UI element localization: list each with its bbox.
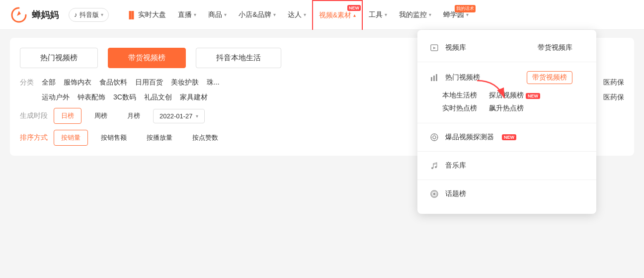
divider-3	[417, 151, 596, 152]
bar-chart-icon: ▐▌	[127, 11, 137, 19]
header: 蝉妈妈 ♪ 抖音版 ▾ ▐▌ 实时大盘 直播 ▾ 商品 ▾ 小店&品牌 ▾ 达人…	[0, 0, 644, 30]
divider-1	[417, 62, 596, 62]
dropdown-section-music: 音乐库	[417, 156, 596, 176]
category-medicine[interactable]: 医药保	[603, 78, 624, 87]
explore-new-tag: NEW	[526, 93, 540, 99]
divider-2	[417, 123, 596, 123]
chevron-up-icon-video: ▴	[353, 12, 356, 18]
sort-by-plays[interactable]: 按播放量	[140, 130, 179, 145]
detector-new-tag: NEW	[502, 134, 516, 140]
video-lib-icon	[429, 43, 439, 53]
category-label: 分类	[20, 78, 34, 87]
svg-point-4	[431, 134, 438, 141]
topic-icon	[429, 189, 439, 199]
category-all[interactable]: 全部	[42, 78, 56, 87]
svg-point-12	[433, 193, 436, 195]
topic-rank-label[interactable]: 话题榜	[445, 189, 466, 198]
sort-by-sales[interactable]: 按销量	[54, 130, 88, 146]
category-gift[interactable]: 礼品文创	[144, 93, 172, 102]
nav-academy[interactable]: 蝉学园 ▾ 我的话术	[437, 0, 475, 30]
category-3c[interactable]: 3C数码	[113, 93, 136, 102]
detector-label[interactable]: 爆品视频探测器	[445, 133, 494, 142]
rank-chart-icon	[429, 73, 439, 83]
nav-realtime-label: 实时大盘	[138, 10, 166, 19]
svg-point-5	[433, 136, 436, 139]
nav-video-material[interactable]: 视频&素材 ▴ NEW	[312, 0, 363, 30]
category-watch[interactable]: 钟表配饰	[78, 93, 105, 102]
svg-rect-2	[433, 76, 435, 81]
category-furniture[interactable]: 家具建材	[180, 93, 208, 102]
goods-video-rank-label[interactable]: 带货视频榜	[527, 71, 572, 84]
nav-video-material-label: 视频&素材	[319, 11, 351, 20]
category-sports[interactable]: 运动户外	[42, 93, 70, 102]
goods-video-lib-label[interactable]: 带货视频库	[538, 43, 572, 52]
chevron-down-icon-product: ▾	[224, 12, 227, 17]
music-icon	[429, 161, 439, 171]
sort-by-revenue[interactable]: 按销售额	[94, 130, 134, 145]
dropdown-section-video-lib: 视频库 带货视频库	[417, 38, 596, 58]
nav-product[interactable]: 商品 ▾	[202, 0, 233, 30]
chevron-down-icon-tools: ▾	[385, 12, 387, 17]
filter-weekly[interactable]: 周榜	[87, 108, 114, 123]
logo-area: 蝉妈妈	[10, 6, 59, 24]
tab-hot-video[interactable]: 热门视频榜	[20, 48, 98, 68]
tab-goods-video[interactable]: 带货视频榜	[108, 48, 186, 68]
logo-icon	[10, 6, 28, 24]
detector-icon	[429, 132, 439, 142]
date-value: 2022-01-27	[160, 112, 193, 120]
nav-live-label: 直播	[178, 10, 192, 19]
filter-monthly[interactable]: 月榜	[120, 108, 147, 123]
chevron-down-icon-academy: ▾	[466, 12, 469, 17]
category-medicine-2[interactable]: 医药保	[603, 93, 624, 102]
dropdown-row-topic[interactable]: 话题榜	[417, 184, 596, 204]
svg-rect-1	[431, 77, 432, 81]
nav-tools-label: 工具	[369, 10, 383, 19]
chevron-down-date: ▾	[196, 113, 198, 119]
platform-label: 抖音版	[80, 10, 99, 19]
category-food[interactable]: 食品饮料	[99, 78, 127, 87]
tiktok-icon: ♪	[74, 11, 78, 18]
chevron-down-icon-monitor: ▾	[429, 12, 431, 17]
date-picker[interactable]: 2022-01-27 ▾	[153, 109, 205, 123]
dropdown-row-music[interactable]: 音乐库	[417, 156, 596, 176]
nav-talent-label: 达人	[288, 10, 302, 19]
logo-text: 蝉妈妈	[32, 9, 59, 21]
svg-rect-3	[436, 74, 437, 81]
my-words-badge: 我的话术	[455, 5, 476, 12]
video-lib-label[interactable]: 视频库	[445, 43, 466, 52]
arrow-indicator	[472, 76, 512, 107]
filter-daily[interactable]: 日榜	[54, 108, 81, 124]
dropdown-row-video-lib: 视频库 带货视频库	[417, 38, 596, 58]
tab-local-life[interactable]: 抖音本地生活	[196, 48, 281, 68]
sort-by-likes[interactable]: 按点赞数	[185, 130, 225, 145]
dropdown-row-detector[interactable]: 爆品视频探测器 NEW	[417, 127, 596, 147]
filter-label: 生成时段	[20, 111, 48, 120]
music-lib-label[interactable]: 音乐库	[445, 161, 466, 170]
dropdown-section-detector: 爆品视频探测器 NEW	[417, 127, 596, 147]
dropdown-menu: 视频库 带货视频库 热门视频榜 带货视频榜 本地生活榜 探店视频榜NEW	[417, 30, 596, 214]
chevron-down-icon: ▾	[101, 12, 103, 17]
nav-monitor[interactable]: 我的监控 ▾	[393, 0, 437, 30]
category-daily[interactable]: 日用百货	[135, 78, 163, 87]
chevron-down-icon-talent: ▾	[304, 12, 306, 17]
nav-store-brand-label: 小店&品牌	[239, 10, 271, 19]
category-beauty[interactable]: 美妆护肤	[171, 78, 199, 87]
nav-monitor-label: 我的监控	[399, 10, 427, 19]
new-badge-video: NEW	[347, 5, 361, 11]
sort-label: 排序方式	[20, 133, 48, 142]
nav-live[interactable]: 直播 ▾	[172, 0, 202, 30]
nav-tools[interactable]: 工具 ▾	[363, 0, 393, 30]
nav-talent[interactable]: 达人 ▾	[282, 0, 312, 30]
nav-store-brand[interactable]: 小店&品牌 ▾	[233, 0, 281, 30]
dropdown-section-topic: 话题榜	[417, 184, 596, 204]
category-more-1[interactable]: 珠...	[207, 78, 220, 87]
category-clothing[interactable]: 服饰内衣	[64, 78, 91, 87]
nav-product-label: 商品	[208, 10, 222, 19]
platform-badge[interactable]: ♪ 抖音版 ▾	[69, 8, 109, 22]
chevron-down-icon-store: ▾	[273, 12, 276, 17]
divider-4	[417, 180, 596, 180]
chevron-down-icon-live: ▾	[194, 12, 196, 17]
nav-realtime[interactable]: ▐▌ 实时大盘	[121, 0, 172, 30]
